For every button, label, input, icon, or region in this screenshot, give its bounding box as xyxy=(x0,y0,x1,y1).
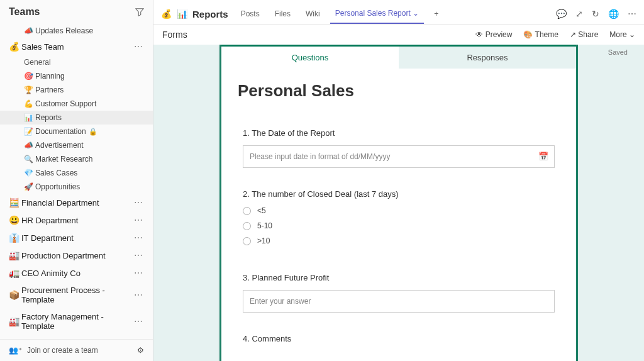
form-title[interactable]: Personal Sales xyxy=(221,69,576,119)
channel-partners[interactable]: 🏆Partners xyxy=(0,83,153,97)
share-button[interactable]: ↗ Share xyxy=(570,30,598,39)
form-tabs: Questions Responses xyxy=(221,45,576,69)
tab-files[interactable]: Files xyxy=(270,4,296,23)
globe-icon[interactable]: 🌐 xyxy=(608,9,619,19)
main-area: 💰 📊 Reports Posts Files Wiki Personal Sa… xyxy=(153,0,644,361)
teams-sidebar: Teams 📣Updates Release 💰 Sales Team ⋯ Ge… xyxy=(0,0,153,361)
channel-customer-support[interactable]: 💪Customer Support xyxy=(0,97,153,111)
add-tab-button[interactable]: + xyxy=(429,4,443,23)
team-hr-department[interactable]: 😃HR Department⋯ xyxy=(0,211,153,229)
question-4: 4. Comments xyxy=(221,325,576,361)
team-icon: 😃 xyxy=(9,215,21,225)
channel-documentation[interactable]: 📝Documentation🔒 xyxy=(0,125,153,138)
more-icon[interactable]: ⋯ xyxy=(130,215,147,225)
sidebar-title: Teams xyxy=(9,6,40,18)
more-icon[interactable]: ⋯ xyxy=(130,290,147,300)
tab-posts[interactable]: Posts xyxy=(236,4,265,23)
channel-label: Opportunities xyxy=(35,182,80,191)
tab-personal-sales-report[interactable]: Personal Sales Report ⌄ xyxy=(330,4,424,24)
text-input[interactable]: Enter your answer xyxy=(243,290,555,313)
channel-planning[interactable]: 🎯Planning xyxy=(0,69,153,83)
team-icon: 🚛 xyxy=(9,268,21,278)
team-factory-management-template[interactable]: 🏭Factory Management - Template⋯ xyxy=(0,308,153,335)
tab-questions[interactable]: Questions xyxy=(221,47,399,69)
channel-emoji-icon: 📣 xyxy=(24,141,35,150)
channel-emoji-icon: 🔍 xyxy=(24,155,35,164)
team-ceo-animity-co[interactable]: 🚛CEO Animity Co⋯ xyxy=(0,264,153,282)
radio-option-gt10[interactable]: >10 xyxy=(243,236,555,245)
team-label: HR Department xyxy=(21,216,130,225)
preview-button[interactable]: 👁 Preview xyxy=(475,30,512,39)
radio-option-5-10[interactable]: 5-10 xyxy=(243,221,555,230)
chevron-down-icon: ⌄ xyxy=(629,30,635,39)
forms-toolbar: Forms 👁 Preview 🎨 Theme ↗ Share More ⌄ xyxy=(153,25,644,45)
team-icon: 🏭 xyxy=(9,316,21,326)
radio-icon xyxy=(243,237,251,245)
channel-emoji-icon: 🎯 xyxy=(24,72,35,81)
refresh-icon[interactable]: ↻ xyxy=(592,9,599,19)
channel-general[interactable]: General xyxy=(0,55,153,69)
theme-button[interactable]: 🎨 Theme xyxy=(523,30,558,39)
channel-market-research[interactable]: 🔍Market Research xyxy=(0,152,153,166)
channel-label: Partners xyxy=(35,86,64,94)
team-it-department[interactable]: 👔IT Department⋯ xyxy=(0,229,153,247)
more-icon[interactable]: ⋯ xyxy=(130,316,147,326)
people-plus-icon: 👥⁺ xyxy=(9,346,22,355)
more-icon[interactable]: ⋯ xyxy=(130,42,147,52)
channel-emoji-icon: 🏆 xyxy=(24,86,35,94)
radio-icon xyxy=(243,222,251,230)
sidebar-footer: 👥⁺ Join or create a team ⚙ xyxy=(0,339,153,361)
gear-icon[interactable]: ⚙ xyxy=(137,346,144,355)
radio-option-lt5[interactable]: <5 xyxy=(243,206,555,215)
team-operation-management-template[interactable]: ⚙️Operation Management - Template⋯ xyxy=(0,335,153,339)
channel-label: Reports xyxy=(35,113,62,122)
channel-tab-bar: 💰 📊 Reports Posts Files Wiki Personal Sa… xyxy=(153,0,644,25)
channel-advertisement[interactable]: 📣Advertisement xyxy=(0,138,153,152)
tab-responses[interactable]: Responses xyxy=(399,47,576,69)
palette-icon: 🎨 xyxy=(523,30,533,39)
megaphone-icon: 📣 xyxy=(24,26,35,35)
join-label: Join or create a team xyxy=(27,346,98,355)
more-icon[interactable]: ⋯ xyxy=(130,233,147,243)
chevron-down-icon: ⌄ xyxy=(413,9,419,18)
tab-wiki[interactable]: Wiki xyxy=(301,4,325,23)
more-button[interactable]: More ⌄ xyxy=(609,30,635,39)
channel-opportunities[interactable]: 🚀Opportunities xyxy=(0,180,153,194)
team-label: Sales Team xyxy=(21,42,130,52)
chat-icon[interactable]: 💬 xyxy=(556,9,567,19)
channel-sales-cases[interactable]: 💎Sales Cases xyxy=(0,166,153,180)
filter-icon[interactable] xyxy=(135,8,144,16)
channel-reports[interactable]: 📊Reports xyxy=(0,111,153,125)
radio-icon xyxy=(243,207,251,215)
team-sales[interactable]: 💰 Sales Team ⋯ xyxy=(0,38,153,55)
team-procurement-process-template[interactable]: 📦Procurement Process - Template⋯ xyxy=(0,282,153,308)
calendar-icon[interactable]: 📅 xyxy=(538,152,548,161)
moneybag-icon: 💰 xyxy=(161,9,172,19)
team-financial-department[interactable]: 🧮Financial Department⋯ xyxy=(0,194,153,211)
team-production-department[interactable]: 🏭Production Department⋯ xyxy=(0,247,153,264)
team-label: Factory Management - Template xyxy=(21,312,130,331)
team-label: Financial Department xyxy=(21,198,130,208)
channel-label: Sales Cases xyxy=(35,169,77,177)
question-1: 1. The Date of the Report Please input d… xyxy=(221,119,576,181)
team-label: Production Department xyxy=(21,251,130,260)
chart-icon: 📊 xyxy=(177,9,187,19)
channel-updates-release[interactable]: 📣Updates Release xyxy=(0,24,153,38)
share-icon: ↗ xyxy=(570,30,576,39)
join-create-team[interactable]: 👥⁺ Join or create a team xyxy=(9,346,98,355)
more-icon[interactable]: ⋯ xyxy=(628,9,636,19)
channel-emoji-icon: 📊 xyxy=(24,113,35,122)
channel-emoji-icon: 💎 xyxy=(24,169,35,177)
date-input[interactable]: Please input date in format of dd/MM/yyy… xyxy=(243,145,555,168)
team-icon: 👔 xyxy=(9,233,21,243)
channel-emoji-icon: 💪 xyxy=(24,99,35,108)
more-icon[interactable]: ⋯ xyxy=(130,250,147,260)
expand-icon[interactable]: ⤢ xyxy=(575,9,583,19)
more-icon[interactable]: ⋯ xyxy=(130,268,147,278)
channel-label: Customer Support xyxy=(35,99,96,108)
channel-label: Documentation xyxy=(35,127,86,136)
form-canvas: Saved Questions Responses Personal Sales… xyxy=(153,45,644,361)
more-icon[interactable]: ⋯ xyxy=(130,197,147,208)
saved-indicator: Saved xyxy=(608,48,628,56)
team-icon: 🏭 xyxy=(9,250,21,260)
